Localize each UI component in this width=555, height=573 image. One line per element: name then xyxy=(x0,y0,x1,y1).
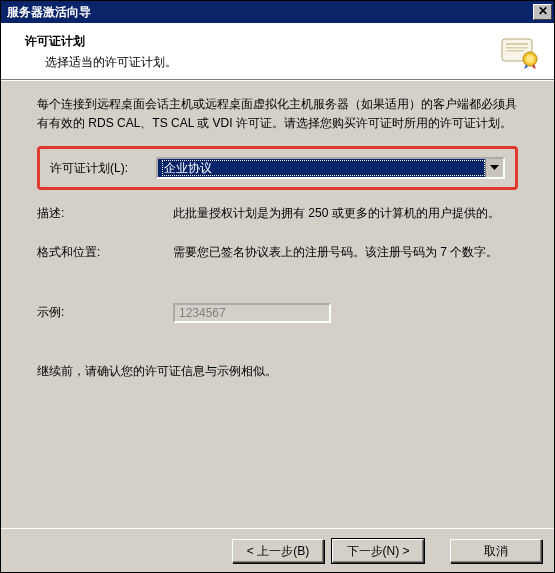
close-icon: ✕ xyxy=(538,4,548,18)
license-plan-label: 许可证计划(L): xyxy=(50,160,128,177)
svg-rect-2 xyxy=(506,47,528,49)
wizard-footer: < 上一步(B) 下一步(N) > 取消 xyxy=(1,528,554,572)
format-value: 需要您已签名协议表上的注册号码。该注册号码为 7 个数字。 xyxy=(173,243,518,262)
next-button[interactable]: 下一步(N) > xyxy=(332,539,424,563)
license-plan-highlight: 许可证计划(L): 企业协议 xyxy=(37,146,518,190)
svg-point-5 xyxy=(526,55,534,63)
format-label: 格式和位置: xyxy=(37,243,145,261)
svg-rect-3 xyxy=(506,50,524,52)
chevron-down-icon xyxy=(490,165,499,171)
format-row: 格式和位置: 需要您已签名协议表上的注册号码。该注册号码为 7 个数字。 xyxy=(37,243,518,262)
titlebar: 服务器激活向导 ✕ xyxy=(1,1,554,23)
example-value-wrap xyxy=(173,303,518,323)
wizard-window: 服务器激活向导 ✕ 许可证计划 选择适当的许可证计划。 每个连接到远程桌面会话主… xyxy=(0,0,555,573)
back-button[interactable]: < 上一步(B) xyxy=(232,539,324,563)
page-subtitle: 选择适当的许可证计划。 xyxy=(25,54,492,71)
header-text-block: 许可证计划 选择适当的许可证计划。 xyxy=(25,33,492,71)
description-row: 描述: 此批量授权计划是为拥有 250 或更多的计算机的用户提供的。 xyxy=(37,204,518,223)
page-title: 许可证计划 xyxy=(25,33,492,50)
description-label: 描述: xyxy=(37,204,145,222)
intro-text: 每个连接到远程桌面会话主机或远程桌面虚拟化主机服务器（如果适用）的客户端都必须具… xyxy=(37,95,518,132)
description-value: 此批量授权计划是为拥有 250 或更多的计算机的用户提供的。 xyxy=(173,204,518,223)
example-input xyxy=(173,303,331,323)
close-button[interactable]: ✕ xyxy=(533,4,552,20)
wizard-header: 许可证计划 选择适当的许可证计划。 xyxy=(1,23,554,80)
license-plan-dropdown[interactable]: 企业协议 xyxy=(156,157,505,179)
confirm-text: 继续前，请确认您的许可证信息与示例相似。 xyxy=(37,363,518,380)
cancel-button[interactable]: 取消 xyxy=(450,539,542,563)
svg-rect-1 xyxy=(506,43,528,45)
window-title: 服务器激活向导 xyxy=(7,4,533,21)
wizard-body: 每个连接到远程桌面会话主机或远程桌面虚拟化主机服务器（如果适用）的客户端都必须具… xyxy=(1,80,554,528)
license-plan-selected: 企业协议 xyxy=(162,160,485,176)
example-row: 示例: xyxy=(37,303,518,323)
certificate-icon xyxy=(500,35,540,69)
example-label: 示例: xyxy=(37,303,145,321)
dropdown-button[interactable] xyxy=(485,159,503,177)
